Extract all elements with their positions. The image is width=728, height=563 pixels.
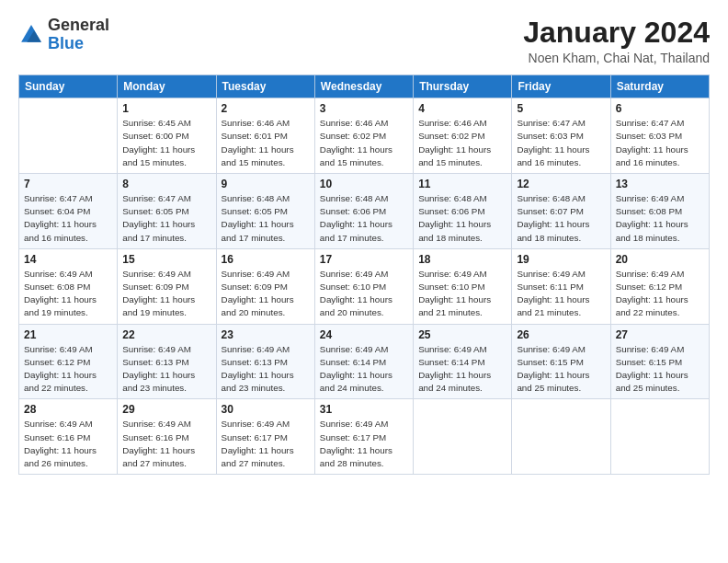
table-row: 16Sunrise: 6:49 AMSunset: 6:09 PMDayligh… [216, 248, 314, 324]
col-friday: Friday [512, 75, 610, 98]
calendar-header-row: Sunday Monday Tuesday Wednesday Thursday… [19, 75, 710, 98]
day-info: Sunrise: 6:49 AMSunset: 6:08 PMDaylight:… [616, 192, 704, 245]
day-number: 4 [418, 102, 506, 115]
day-info: Sunrise: 6:48 AMSunset: 6:05 PMDaylight:… [222, 192, 310, 245]
table-row: 14Sunrise: 6:49 AMSunset: 6:08 PMDayligh… [19, 248, 118, 324]
table-row: 10Sunrise: 6:48 AMSunset: 6:06 PMDayligh… [314, 174, 413, 249]
day-info: Sunrise: 6:48 AMSunset: 6:06 PMDaylight:… [418, 192, 506, 245]
table-row: 29Sunrise: 6:49 AMSunset: 6:16 PMDayligh… [118, 399, 216, 475]
col-monday: Monday [118, 75, 216, 98]
day-number: 24 [320, 328, 408, 341]
day-info: Sunrise: 6:49 AMSunset: 6:12 PMDaylight:… [616, 268, 704, 320]
day-number: 2 [222, 102, 310, 115]
table-row: 23Sunrise: 6:49 AMSunset: 6:13 PMDayligh… [216, 324, 314, 399]
day-number: 22 [122, 328, 210, 341]
col-tuesday: Tuesday [216, 75, 314, 98]
day-number: 28 [24, 403, 112, 416]
day-info: Sunrise: 6:47 AMSunset: 6:03 PMDaylight:… [616, 117, 704, 169]
day-number: 25 [418, 328, 506, 341]
day-info: Sunrise: 6:48 AMSunset: 6:07 PMDaylight:… [517, 192, 605, 245]
calendar-week-row: 21Sunrise: 6:49 AMSunset: 6:12 PMDayligh… [19, 324, 710, 399]
table-row: 2Sunrise: 6:46 AMSunset: 6:01 PMDaylight… [216, 98, 314, 174]
day-number: 15 [122, 253, 210, 266]
day-number: 7 [24, 178, 112, 190]
day-info: Sunrise: 6:49 AMSunset: 6:09 PMDaylight:… [222, 268, 310, 320]
table-row: 12Sunrise: 6:48 AMSunset: 6:07 PMDayligh… [512, 174, 610, 249]
table-row: 24Sunrise: 6:49 AMSunset: 6:14 PMDayligh… [314, 324, 413, 399]
table-row [414, 399, 512, 475]
table-row: 18Sunrise: 6:49 AMSunset: 6:10 PMDayligh… [414, 248, 512, 324]
day-number: 10 [320, 178, 408, 190]
day-info: Sunrise: 6:49 AMSunset: 6:10 PMDaylight:… [320, 268, 408, 320]
day-info: Sunrise: 6:46 AMSunset: 6:01 PMDaylight:… [222, 117, 310, 169]
table-row: 17Sunrise: 6:49 AMSunset: 6:10 PMDayligh… [314, 248, 413, 324]
day-info: Sunrise: 6:46 AMSunset: 6:02 PMDaylight:… [320, 117, 408, 169]
day-info: Sunrise: 6:49 AMSunset: 6:16 PMDaylight:… [24, 418, 112, 470]
day-info: Sunrise: 6:49 AMSunset: 6:09 PMDaylight:… [122, 268, 210, 320]
table-row: 15Sunrise: 6:49 AMSunset: 6:09 PMDayligh… [118, 248, 216, 324]
table-row: 19Sunrise: 6:49 AMSunset: 6:11 PMDayligh… [512, 248, 610, 324]
location: Noen Kham, Chai Nat, Thailand [523, 51, 710, 65]
day-number: 17 [320, 253, 408, 266]
table-row: 20Sunrise: 6:49 AMSunset: 6:12 PMDayligh… [610, 248, 709, 324]
day-number: 20 [616, 253, 704, 266]
day-number: 13 [616, 178, 704, 190]
day-info: Sunrise: 6:47 AMSunset: 6:05 PMDaylight:… [122, 192, 210, 245]
day-info: Sunrise: 6:47 AMSunset: 6:03 PMDaylight:… [517, 117, 605, 169]
header: General Blue January 2024 Noen Kham, Cha… [18, 17, 710, 65]
day-number: 31 [320, 403, 408, 416]
table-row: 7Sunrise: 6:47 AMSunset: 6:04 PMDaylight… [19, 174, 118, 249]
day-info: Sunrise: 6:49 AMSunset: 6:12 PMDaylight:… [24, 343, 112, 396]
calendar-week-row: 1Sunrise: 6:45 AMSunset: 6:00 PMDaylight… [19, 98, 710, 174]
day-number: 18 [418, 253, 506, 266]
table-row: 4Sunrise: 6:46 AMSunset: 6:02 PMDaylight… [414, 98, 512, 174]
logo: General Blue [18, 17, 109, 53]
day-number: 8 [122, 178, 210, 190]
day-number: 14 [24, 253, 112, 266]
table-row [19, 98, 118, 174]
table-row: 6Sunrise: 6:47 AMSunset: 6:03 PMDaylight… [610, 98, 709, 174]
day-info: Sunrise: 6:49 AMSunset: 6:16 PMDaylight:… [122, 418, 210, 470]
table-row: 11Sunrise: 6:48 AMSunset: 6:06 PMDayligh… [414, 174, 512, 249]
day-number: 9 [222, 178, 310, 190]
day-number: 26 [517, 328, 605, 341]
table-row: 30Sunrise: 6:49 AMSunset: 6:17 PMDayligh… [216, 399, 314, 475]
table-row [610, 399, 709, 475]
logo-general: General [48, 16, 109, 34]
table-row: 22Sunrise: 6:49 AMSunset: 6:13 PMDayligh… [118, 324, 216, 399]
logo-icon [18, 22, 44, 48]
day-info: Sunrise: 6:49 AMSunset: 6:10 PMDaylight:… [418, 268, 506, 320]
col-thursday: Thursday [414, 75, 512, 98]
day-number: 6 [616, 102, 704, 115]
calendar-week-row: 28Sunrise: 6:49 AMSunset: 6:16 PMDayligh… [19, 399, 710, 475]
day-number: 11 [418, 178, 506, 190]
day-info: Sunrise: 6:49 AMSunset: 6:13 PMDaylight:… [122, 343, 210, 396]
table-row: 9Sunrise: 6:48 AMSunset: 6:05 PMDaylight… [216, 174, 314, 249]
day-number: 29 [122, 403, 210, 416]
calendar-week-row: 7Sunrise: 6:47 AMSunset: 6:04 PMDaylight… [19, 174, 710, 249]
calendar-table: Sunday Monday Tuesday Wednesday Thursday… [18, 75, 710, 475]
day-number: 1 [122, 102, 210, 115]
table-row: 1Sunrise: 6:45 AMSunset: 6:00 PMDaylight… [118, 98, 216, 174]
day-info: Sunrise: 6:49 AMSunset: 6:17 PMDaylight:… [320, 418, 408, 470]
day-info: Sunrise: 6:49 AMSunset: 6:08 PMDaylight:… [24, 268, 112, 320]
day-number: 12 [517, 178, 605, 190]
day-number: 16 [222, 253, 310, 266]
table-row: 21Sunrise: 6:49 AMSunset: 6:12 PMDayligh… [19, 324, 118, 399]
day-number: 30 [222, 403, 310, 416]
day-info: Sunrise: 6:49 AMSunset: 6:15 PMDaylight:… [517, 343, 605, 396]
col-sunday: Sunday [19, 75, 118, 98]
table-row [512, 399, 610, 475]
day-number: 3 [320, 102, 408, 115]
day-number: 5 [517, 102, 605, 115]
table-row: 28Sunrise: 6:49 AMSunset: 6:16 PMDayligh… [19, 399, 118, 475]
table-row: 3Sunrise: 6:46 AMSunset: 6:02 PMDaylight… [314, 98, 413, 174]
day-info: Sunrise: 6:45 AMSunset: 6:00 PMDaylight:… [122, 117, 210, 169]
day-number: 19 [517, 253, 605, 266]
day-info: Sunrise: 6:49 AMSunset: 6:17 PMDaylight:… [222, 418, 310, 470]
table-row: 25Sunrise: 6:49 AMSunset: 6:14 PMDayligh… [414, 324, 512, 399]
col-wednesday: Wednesday [314, 75, 413, 98]
month-title: January 2024 [523, 17, 710, 49]
table-row: 26Sunrise: 6:49 AMSunset: 6:15 PMDayligh… [512, 324, 610, 399]
table-row: 31Sunrise: 6:49 AMSunset: 6:17 PMDayligh… [314, 399, 413, 475]
